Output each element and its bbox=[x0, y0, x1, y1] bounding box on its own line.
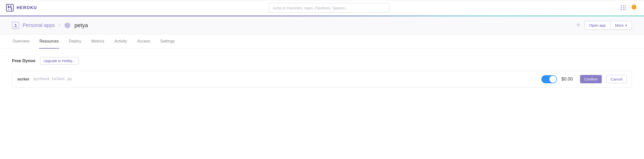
svg-point-1 bbox=[15, 24, 16, 25]
search-input[interactable] bbox=[269, 3, 389, 13]
more-button[interactable]: More ▲▼ bbox=[611, 21, 632, 30]
dyno-right: $0.00 Confirm Cancel bbox=[541, 75, 627, 83]
breadcrumb-app-name: petya bbox=[74, 22, 88, 29]
breadcrumb: Personal apps petya bbox=[12, 22, 88, 29]
chevron-right-icon bbox=[58, 23, 60, 27]
open-app-button[interactable]: Open app bbox=[584, 21, 611, 30]
dynos-section-header: Free Dynos Upgrade to Hobby... bbox=[12, 57, 632, 65]
cancel-button[interactable]: Cancel bbox=[606, 75, 627, 83]
svg-marker-2 bbox=[65, 22, 70, 28]
tab-access[interactable]: Access bbox=[137, 34, 151, 49]
breadcrumb-actions: Open app More ▲▼ bbox=[576, 21, 632, 30]
topbar: HEROKU bbox=[0, 0, 644, 16]
toggle-knob bbox=[549, 76, 556, 83]
heroku-logo-icon bbox=[6, 4, 14, 12]
app-action-group: Open app More ▲▼ bbox=[584, 21, 632, 30]
apps-grid-icon[interactable] bbox=[621, 5, 626, 10]
topbar-right bbox=[621, 4, 638, 12]
dynos-section-title: Free Dynos bbox=[12, 58, 35, 63]
dyno-price: $0.00 bbox=[561, 76, 576, 82]
logo[interactable]: HEROKU bbox=[6, 4, 37, 12]
tab-resources[interactable]: Resources bbox=[39, 34, 59, 49]
avatar[interactable] bbox=[630, 4, 638, 12]
content: Free Dynos Upgrade to Hobby... worker py… bbox=[0, 49, 644, 96]
confirm-button[interactable]: Confirm bbox=[580, 75, 602, 83]
svg-rect-0 bbox=[6, 4, 13, 11]
hexagon-icon bbox=[64, 22, 71, 29]
brand-name: HEROKU bbox=[17, 6, 37, 10]
tab-settings[interactable]: Settings bbox=[160, 34, 175, 49]
search-wrap bbox=[37, 3, 621, 13]
dyno-command: python3 lolbot.py bbox=[33, 77, 72, 81]
breadcrumb-row: Personal apps petya Open app More ▲▼ bbox=[0, 16, 644, 34]
tab-activity[interactable]: Activity bbox=[114, 34, 128, 49]
dyno-left: worker python3 lolbot.py bbox=[17, 77, 541, 82]
breadcrumb-root[interactable]: Personal apps bbox=[23, 22, 55, 28]
star-icon[interactable] bbox=[576, 22, 581, 28]
dyno-name: worker bbox=[17, 77, 29, 82]
personal-icon[interactable] bbox=[12, 22, 19, 29]
tab-deploy[interactable]: Deploy bbox=[68, 34, 82, 49]
tabs: OverviewResourcesDeployMetricsActivityAc… bbox=[0, 34, 644, 49]
more-label: More bbox=[615, 23, 624, 27]
tab-metrics[interactable]: Metrics bbox=[91, 34, 105, 49]
dyno-toggle[interactable] bbox=[541, 75, 557, 83]
upgrade-button[interactable]: Upgrade to Hobby... bbox=[40, 57, 79, 65]
up-down-icon: ▲▼ bbox=[625, 24, 627, 27]
tab-overview[interactable]: Overview bbox=[12, 34, 30, 49]
dyno-row: worker python3 lolbot.py $0.00 Confirm C… bbox=[12, 71, 632, 88]
